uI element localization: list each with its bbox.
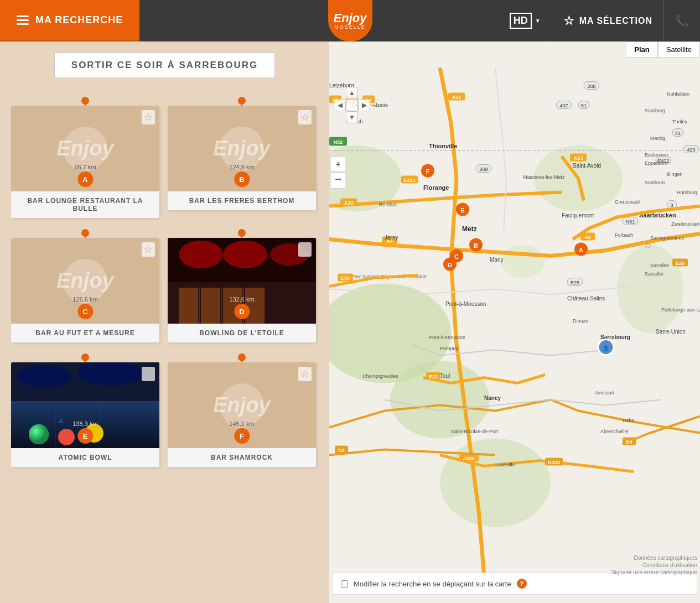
divider: · · · · · · · · · · · · · · · · · · · · … [11, 86, 318, 92]
bookmark-F[interactable]: ☆ [298, 367, 312, 381]
svg-point-18 [29, 424, 49, 444]
pin-A-top [81, 97, 89, 105]
pin-E-top [81, 354, 89, 361]
svg-point-28 [617, 245, 683, 334]
map-terrain: A31 A4 A30 A13 [329, 41, 700, 603]
svg-text:420: 420 [687, 147, 695, 153]
svg-text:N4: N4 [338, 448, 345, 453]
enjoy-watermark: Enjoy [213, 137, 270, 160]
svg-text:Château-Salins: Château-Salins [567, 295, 605, 301]
map-tab-satellite[interactable]: Satellite [658, 41, 700, 58]
pin-circle-A: A [77, 171, 93, 187]
card-E-title: ATOMIC BOWL [11, 448, 159, 467]
svg-text:N52: N52 [334, 139, 343, 145]
map-nav-down[interactable]: ▼ [346, 111, 358, 123]
phone-button[interactable]: 📞 [664, 0, 700, 41]
right-panel: A31 A4 A30 A13 [329, 41, 700, 603]
svg-text:Dieuze: Dieuze [573, 318, 588, 324]
page-title: SORTIR CE SOIR À SARREBOURG [54, 53, 275, 78]
satellite-label: Satellite [666, 45, 692, 54]
svg-text:👤: 👤 [603, 345, 610, 352]
distance-C: 126,6 km [72, 296, 97, 303]
svg-text:Nancy: Nancy [484, 395, 501, 401]
help-button[interactable]: ? [517, 579, 527, 589]
svg-text:Creutzwald: Creutzwald [615, 199, 640, 205]
card-wrapper-A: Enjoy ☆ 66,7 km A BAR LOUNGE RESTAURANT … [11, 97, 159, 218]
card-A[interactable]: Enjoy ☆ 66,7 km A BAR LOUNGE RESTAURANT … [11, 106, 159, 218]
card-wrapper-D: ☆ 132,6 km D BOWLING DE L'ETOILE [168, 229, 316, 342]
svg-text:E21: E21 [429, 374, 438, 380]
svg-text:Toul: Toul [440, 373, 450, 379]
bookmark-B[interactable]: ☆ [298, 110, 312, 124]
plan-label: Plan [634, 45, 649, 54]
card-F-image: Enjoy ☆ 145,1 km F [168, 362, 316, 448]
card-wrapper-F: Enjoy ☆ 145,1 km F BAR SHAMROCK [168, 354, 316, 467]
top-bar: MA RECHERCHE Enjoy MOSELLE HD ▼ ☆ MA SÉL… [0, 0, 700, 41]
main-content: SORTIR CE SOIR À SARREBOURG · · · · · · … [0, 41, 700, 603]
distance-B: 124,9 km [229, 164, 254, 170]
card-A-image: Enjoy ☆ 66,7 km A [11, 106, 159, 191]
svg-text:+: + [335, 159, 340, 169]
svg-text:Tholey: Tholey [672, 119, 688, 124]
svg-text:407: 407 [559, 103, 568, 108]
svg-text:C: C [454, 253, 459, 260]
svg-point-22 [77, 362, 144, 386]
svg-text:Saint-Avold: Saint-Avold [573, 163, 601, 169]
card-wrapper-B: Enjoy ☆ 124,9 km B BAR LES FRERES BERTHO… [168, 97, 316, 218]
map-nav-left[interactable]: ◀ [334, 99, 346, 111]
pin-circle-D: D [234, 304, 250, 319]
bookmark-E[interactable]: ☆ [142, 367, 155, 381]
card-C-pin: 126,6 km C [72, 296, 97, 319]
bookmark-C[interactable]: ☆ [142, 242, 155, 257]
page-title-container: SORTIR CE SOIR À SARREBOURG [11, 53, 318, 78]
map-nav-up[interactable]: ▲ [346, 87, 358, 99]
card-C[interactable]: Enjoy ☆ 126,6 km C BAR AU FUT ET A MESUR… [11, 238, 159, 342]
bookmark-D[interactable]: ☆ [298, 242, 312, 257]
map-nav-right[interactable]: ▶ [358, 99, 370, 111]
ma-recherche-button[interactable]: MA RECHERCHE [0, 0, 139, 41]
star-icon: ☆ [563, 14, 575, 28]
card-F-pin: 145,1 km F [229, 420, 254, 444]
map-tab-plan[interactable]: Plan [626, 41, 657, 58]
svg-text:E25: E25 [676, 261, 685, 266]
svg-text:A6: A6 [584, 235, 591, 240]
svg-text:Merzig: Merzig [650, 136, 665, 141]
card-D-title: BOWLING DE L'ETOILE [168, 324, 316, 342]
card-wrapper-E: ☆ 138,3 km E ATOMIC BOWL [11, 354, 159, 467]
pin-circle-E: E [77, 428, 93, 444]
phone-icon: 📞 [675, 14, 689, 28]
hamburger-icon [17, 15, 29, 25]
selection-label: MA SÉLECTION [579, 16, 652, 26]
card-F[interactable]: Enjoy ☆ 145,1 km F BAR SHAMROCK [168, 362, 316, 467]
card-E-pin: 138,3 km E [72, 420, 97, 444]
map-error-link[interactable]: Signaler une erreur cartographique [611, 569, 697, 575]
left-panel: SORTIR CE SOIR À SARREBOURG · · · · · · … [0, 41, 329, 603]
svg-text:Lunéville: Lunéville [495, 462, 515, 467]
svg-text:8: 8 [670, 202, 673, 208]
card-B[interactable]: Enjoy ☆ 124,9 km B BAR LES FRERES BERTHO… [168, 106, 316, 210]
svg-text:E: E [460, 207, 464, 214]
map-container[interactable]: A31 A4 A30 A13 [329, 41, 700, 603]
map-nav-center[interactable] [346, 99, 358, 111]
svg-text:Florange: Florange [423, 184, 449, 191]
card-E[interactable]: ☆ 138,3 km E ATOMIC BOWL [11, 362, 159, 467]
svg-text:269: 269 [479, 167, 488, 172]
card-D[interactable]: ☆ 132,6 km D BOWLING DE L'ETOILE [168, 238, 316, 342]
cards-row-2: Enjoy ☆ 126,6 km C BAR AU FUT ET A MESUR… [11, 229, 318, 342]
hd-icon: HD [510, 13, 532, 29]
svg-text:Forbach: Forbach [615, 232, 633, 238]
svg-text:Eppelborn: Eppelborn [645, 160, 667, 166]
svg-text:A31: A31 [452, 95, 462, 100]
hd-button[interactable]: HD ▼ [499, 0, 552, 41]
map-copyright: Données cartographiques Conditions d'uti… [611, 555, 697, 575]
ma-selection-button[interactable]: ☆ MA SÉLECTION [552, 0, 664, 41]
svg-point-31 [501, 245, 545, 278]
svg-text:A30: A30 [344, 200, 354, 206]
svg-text:D: D [448, 262, 452, 268]
card-wrapper-C: Enjoy ☆ 126,6 km C BAR AU FUT ET A MESUR… [11, 229, 159, 342]
map-terms: Conditions d'utilisation [642, 562, 697, 568]
card-C-image: Enjoy ☆ 126,6 km C [11, 238, 159, 324]
bookmark-A[interactable]: ☆ [142, 110, 155, 124]
map-search-checkbox-input[interactable] [341, 580, 348, 588]
card-A-pin: 66,7 km A [74, 164, 96, 187]
